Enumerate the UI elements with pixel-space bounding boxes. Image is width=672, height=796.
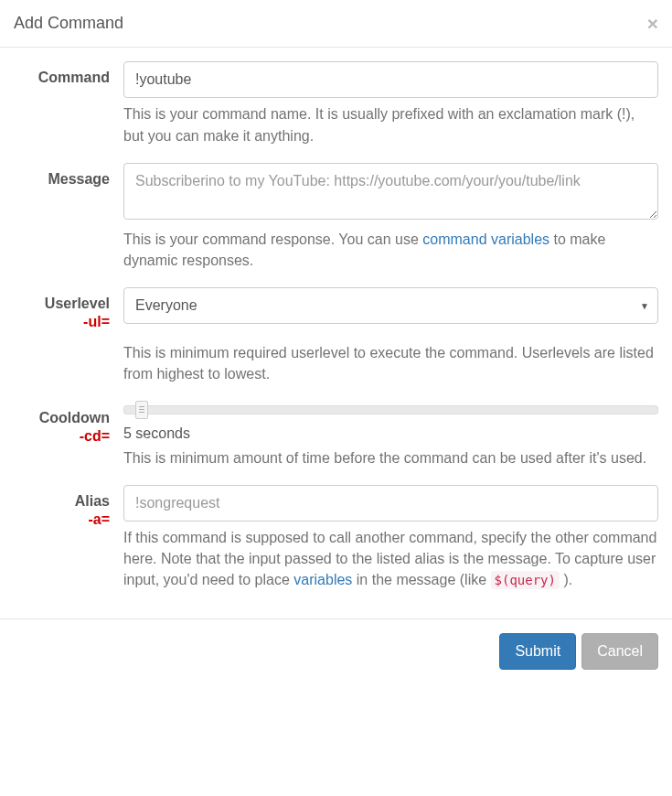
col-alias: If this command is supposed to call anot… (123, 485, 658, 591)
close-button[interactable]: × (647, 14, 658, 33)
label-command-text: Command (38, 70, 110, 85)
col-message: This is your command response. You can u… (123, 163, 658, 271)
help-alias-mid: in the message (like (352, 572, 490, 587)
slider-handle[interactable] (135, 401, 148, 419)
label-command: Command (14, 61, 123, 146)
col-command: This is your command name. It is usually… (123, 61, 658, 146)
query-code: $(query) (491, 571, 560, 589)
userlevel-select[interactable]: Everyone (123, 287, 658, 324)
label-userlevel: Userlevel -ul= (14, 287, 123, 384)
label-message: Message (14, 163, 123, 271)
row-message: Message This is your command response. Y… (14, 163, 658, 271)
annotation-alias: -a= (14, 511, 110, 528)
col-userlevel: Everyone ▼ This is minimum required user… (123, 287, 658, 384)
close-icon: × (647, 13, 658, 34)
modal-header: Add Command × (0, 0, 672, 48)
help-command: This is your command name. It is usually… (123, 103, 658, 145)
command-input[interactable] (123, 61, 658, 98)
cooldown-value: 5 seconds (123, 425, 658, 442)
label-message-text: Message (48, 171, 110, 187)
alias-input[interactable] (123, 485, 658, 522)
annotation-userlevel: -ul= (14, 314, 110, 330)
cancel-button[interactable]: Cancel (581, 633, 658, 671)
cooldown-slider[interactable] (123, 402, 658, 414)
col-cooldown: 5 seconds This is minimum amount of time… (123, 402, 658, 468)
label-userlevel-text: Userlevel (45, 296, 110, 311)
modal-title: Add Command (14, 14, 123, 33)
label-alias: Alias -a= (14, 485, 123, 591)
label-cooldown-text: Cooldown (39, 410, 110, 425)
help-alias-after: ). (560, 572, 572, 587)
row-alias: Alias -a= If this command is supposed to… (14, 485, 658, 591)
command-variables-link[interactable]: command variables (422, 231, 549, 247)
row-command: Command This is your command name. It is… (14, 61, 658, 146)
slider-track (123, 405, 658, 414)
help-userlevel: This is minimum required userlevel to ex… (123, 342, 658, 384)
help-message: This is your command response. You can u… (123, 229, 658, 271)
help-alias: If this command is supposed to call anot… (123, 527, 658, 591)
annotation-cooldown: -cd= (14, 428, 110, 445)
userlevel-select-wrap: Everyone ▼ (123, 287, 658, 324)
label-alias-text: Alias (75, 493, 110, 509)
variables-link[interactable]: variables (293, 572, 352, 587)
modal-footer: Submit Cancel (0, 619, 672, 684)
help-message-before: This is your command response. You can u… (123, 231, 422, 247)
message-textarea[interactable] (123, 163, 658, 220)
modal-body: Command This is your command name. It is… (0, 48, 672, 619)
submit-button[interactable]: Submit (499, 633, 576, 671)
label-cooldown: Cooldown -cd= (14, 402, 123, 468)
help-cooldown: This is minimum amount of time before th… (123, 447, 658, 468)
row-cooldown: Cooldown -cd= 5 seconds This is minimum … (14, 402, 658, 468)
row-userlevel: Userlevel -ul= Everyone ▼ This is minimu… (14, 287, 658, 384)
